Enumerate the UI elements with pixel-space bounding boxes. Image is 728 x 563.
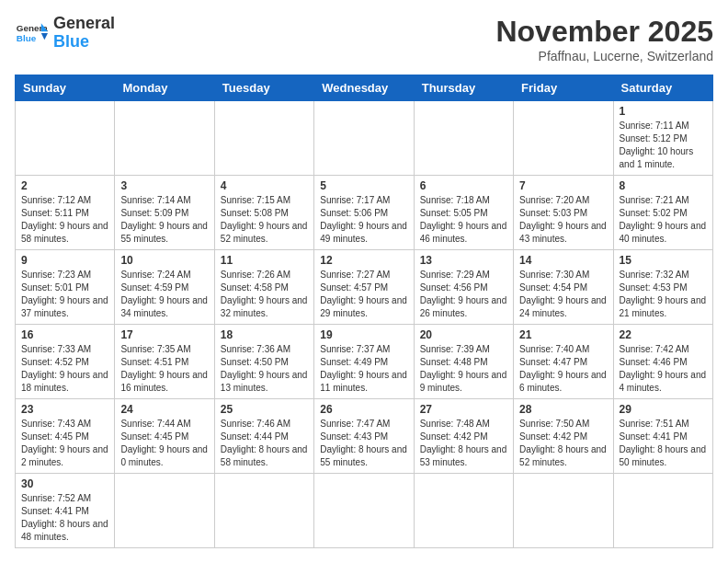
day-number: 10	[120, 254, 208, 267]
day-info: Sunrise: 7:27 AM Sunset: 4:57 PM Dayligh…	[320, 269, 407, 320]
svg-text:Blue: Blue	[17, 33, 37, 43]
day-cell: 24Sunrise: 7:44 AM Sunset: 4:45 PM Dayli…	[115, 399, 214, 474]
weekday-header-monday: Monday	[115, 75, 214, 101]
day-number: 15	[620, 254, 707, 267]
day-cell: 27Sunrise: 7:48 AM Sunset: 4:42 PM Dayli…	[414, 399, 513, 474]
day-info: Sunrise: 7:20 AM Sunset: 5:03 PM Dayligh…	[519, 194, 607, 246]
day-cell: 4Sunrise: 7:15 AM Sunset: 5:08 PM Daylig…	[214, 176, 313, 250]
weekday-header-row: SundayMondayTuesdayWednesdayThursdayFrid…	[16, 75, 713, 101]
day-number: 19	[320, 328, 407, 341]
day-number: 12	[320, 254, 407, 267]
week-row-2: 9Sunrise: 7:23 AM Sunset: 5:01 PM Daylig…	[16, 250, 713, 325]
day-number: 23	[21, 403, 108, 416]
weekday-header-saturday: Saturday	[613, 75, 712, 101]
day-number: 8	[620, 179, 707, 192]
day-info: Sunrise: 7:52 AM Sunset: 4:41 PM Dayligh…	[21, 492, 108, 544]
day-info: Sunrise: 7:50 AM Sunset: 4:42 PM Dayligh…	[519, 418, 607, 469]
day-cell: 6Sunrise: 7:18 AM Sunset: 5:05 PM Daylig…	[414, 176, 513, 250]
day-number: 6	[420, 179, 507, 192]
header: General Blue General Blue November 2025 …	[15, 15, 713, 63]
day-info: Sunrise: 7:26 AM Sunset: 4:58 PM Dayligh…	[221, 269, 308, 320]
day-cell: 13Sunrise: 7:29 AM Sunset: 4:56 PM Dayli…	[414, 250, 513, 325]
day-cell: 11Sunrise: 7:26 AM Sunset: 4:58 PM Dayli…	[214, 250, 313, 325]
day-number: 29	[620, 403, 707, 416]
day-cell: 5Sunrise: 7:17 AM Sunset: 5:06 PM Daylig…	[314, 176, 414, 250]
day-cell: 10Sunrise: 7:24 AM Sunset: 4:59 PM Dayli…	[115, 250, 214, 325]
day-info: Sunrise: 7:36 AM Sunset: 4:50 PM Dayligh…	[221, 343, 308, 395]
day-cell: 17Sunrise: 7:35 AM Sunset: 4:51 PM Dayli…	[115, 325, 214, 399]
week-row-5: 30Sunrise: 7:52 AM Sunset: 4:41 PM Dayli…	[16, 474, 713, 548]
day-info: Sunrise: 7:30 AM Sunset: 4:54 PM Dayligh…	[519, 269, 607, 320]
day-info: Sunrise: 7:48 AM Sunset: 4:42 PM Dayligh…	[420, 418, 507, 469]
day-number: 27	[420, 403, 507, 416]
day-number: 17	[120, 328, 208, 341]
week-row-3: 16Sunrise: 7:33 AM Sunset: 4:52 PM Dayli…	[16, 325, 713, 399]
day-cell	[314, 474, 414, 548]
day-info: Sunrise: 7:32 AM Sunset: 4:53 PM Dayligh…	[620, 269, 707, 320]
day-cell	[613, 474, 712, 548]
day-cell: 20Sunrise: 7:39 AM Sunset: 4:48 PM Dayli…	[414, 325, 513, 399]
day-info: Sunrise: 7:21 AM Sunset: 5:02 PM Dayligh…	[620, 194, 707, 246]
day-cell: 21Sunrise: 7:40 AM Sunset: 4:47 PM Dayli…	[514, 325, 613, 399]
day-info: Sunrise: 7:43 AM Sunset: 4:45 PM Dayligh…	[21, 418, 108, 469]
day-info: Sunrise: 7:33 AM Sunset: 4:52 PM Dayligh…	[21, 343, 108, 395]
day-cell	[214, 101, 313, 176]
day-cell: 26Sunrise: 7:47 AM Sunset: 4:43 PM Dayli…	[314, 399, 414, 474]
day-info: Sunrise: 7:14 AM Sunset: 5:09 PM Dayligh…	[120, 194, 208, 246]
day-info: Sunrise: 7:40 AM Sunset: 4:47 PM Dayligh…	[519, 343, 607, 395]
logo-text: General Blue	[53, 15, 115, 52]
day-number: 14	[519, 254, 607, 267]
day-info: Sunrise: 7:44 AM Sunset: 4:45 PM Dayligh…	[120, 418, 208, 469]
day-cell: 29Sunrise: 7:51 AM Sunset: 4:41 PM Dayli…	[613, 399, 712, 474]
day-info: Sunrise: 7:37 AM Sunset: 4:49 PM Dayligh…	[320, 343, 407, 395]
day-number: 7	[519, 179, 607, 192]
week-row-1: 2Sunrise: 7:12 AM Sunset: 5:11 PM Daylig…	[16, 176, 713, 250]
day-cell: 9Sunrise: 7:23 AM Sunset: 5:01 PM Daylig…	[16, 250, 115, 325]
day-cell	[414, 101, 513, 176]
day-cell: 23Sunrise: 7:43 AM Sunset: 4:45 PM Dayli…	[16, 399, 115, 474]
day-number: 26	[320, 403, 407, 416]
day-cell: 1Sunrise: 7:11 AM Sunset: 5:12 PM Daylig…	[613, 101, 712, 176]
day-info: Sunrise: 7:24 AM Sunset: 4:59 PM Dayligh…	[120, 269, 208, 320]
day-number: 2	[21, 179, 108, 192]
day-info: Sunrise: 7:42 AM Sunset: 4:46 PM Dayligh…	[620, 343, 707, 395]
day-info: Sunrise: 7:47 AM Sunset: 4:43 PM Dayligh…	[320, 418, 407, 469]
day-number: 20	[420, 328, 507, 341]
day-number: 1	[620, 105, 707, 118]
day-number: 18	[221, 328, 308, 341]
day-number: 9	[21, 254, 108, 267]
day-cell: 2Sunrise: 7:12 AM Sunset: 5:11 PM Daylig…	[16, 176, 115, 250]
day-cell: 8Sunrise: 7:21 AM Sunset: 5:02 PM Daylig…	[613, 176, 712, 250]
day-cell: 30Sunrise: 7:52 AM Sunset: 4:41 PM Dayli…	[16, 474, 115, 548]
day-cell	[314, 101, 414, 176]
day-cell: 7Sunrise: 7:20 AM Sunset: 5:03 PM Daylig…	[514, 176, 613, 250]
day-cell: 16Sunrise: 7:33 AM Sunset: 4:52 PM Dayli…	[16, 325, 115, 399]
day-cell	[514, 101, 613, 176]
day-cell: 19Sunrise: 7:37 AM Sunset: 4:49 PM Dayli…	[314, 325, 414, 399]
day-cell: 28Sunrise: 7:50 AM Sunset: 4:42 PM Dayli…	[514, 399, 613, 474]
title-area: November 2025 Pfaffnau, Lucerne, Switzer…	[495, 15, 713, 63]
day-number: 25	[221, 403, 308, 416]
day-cell: 25Sunrise: 7:46 AM Sunset: 4:44 PM Dayli…	[214, 399, 313, 474]
svg-marker-3	[41, 33, 48, 40]
week-row-0: 1Sunrise: 7:11 AM Sunset: 5:12 PM Daylig…	[16, 101, 713, 176]
day-cell: 18Sunrise: 7:36 AM Sunset: 4:50 PM Dayli…	[214, 325, 313, 399]
day-number: 16	[21, 328, 108, 341]
day-number: 28	[519, 403, 607, 416]
day-number: 13	[420, 254, 507, 267]
day-info: Sunrise: 7:18 AM Sunset: 5:05 PM Dayligh…	[420, 194, 507, 246]
day-cell: 15Sunrise: 7:32 AM Sunset: 4:53 PM Dayli…	[613, 250, 712, 325]
day-info: Sunrise: 7:12 AM Sunset: 5:11 PM Dayligh…	[21, 194, 108, 246]
location: Pfaffnau, Lucerne, Switzerland	[495, 49, 713, 63]
weekday-header-tuesday: Tuesday	[214, 75, 313, 101]
day-number: 24	[120, 403, 208, 416]
day-info: Sunrise: 7:35 AM Sunset: 4:51 PM Dayligh…	[120, 343, 208, 395]
calendar: SundayMondayTuesdayWednesdayThursdayFrid…	[15, 75, 713, 548]
day-number: 11	[221, 254, 308, 267]
day-cell: 14Sunrise: 7:30 AM Sunset: 4:54 PM Dayli…	[514, 250, 613, 325]
day-cell	[214, 474, 313, 548]
day-cell: 3Sunrise: 7:14 AM Sunset: 5:09 PM Daylig…	[115, 176, 214, 250]
day-number: 30	[21, 477, 108, 490]
month-title: November 2025	[495, 15, 713, 49]
weekday-header-thursday: Thursday	[414, 75, 513, 101]
